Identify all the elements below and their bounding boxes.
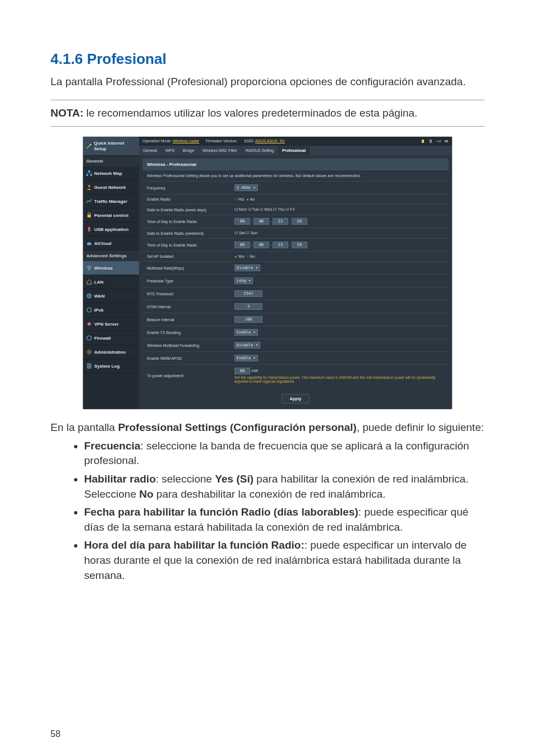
tab-professional[interactable]: Professional [278,146,310,155]
time-m2[interactable]: 59 [292,218,307,225]
sidebar-item-aicloud[interactable]: AiCloud [83,236,139,251]
multicast-select[interactable]: Disable [234,265,260,271]
apply-row: Apply [139,389,452,409]
radio-no[interactable]: No [246,197,255,201]
row-wmf: Wireless Multicast Forwarding Disable [142,339,449,352]
svg-rect-6 [88,227,90,231]
sidebar-item-firewall[interactable]: Firewall [83,331,139,345]
sidebar-item-label: Guest Network [94,185,126,190]
row-date-weekend: Date to Enable Radio (weekend) Sat Sun [142,228,449,239]
row-label: Beacon Interval [142,313,230,326]
svg-rect-16 [430,140,432,143]
link-icon[interactable] [436,139,441,143]
row-label: Multicast Rate(Mbps) [142,262,230,275]
fw-label: Firmware Version: [206,139,237,143]
sidebar-item-syslog[interactable]: System Log [83,359,139,373]
sidebar-item-admin[interactable]: Administration [83,345,139,359]
sidebar-item-guest-network[interactable]: Guest Network [83,180,139,194]
txpower-input[interactable]: 80 [234,368,250,374]
chk-sat[interactable]: Sat [234,231,245,235]
page-number: 58 [50,729,61,739]
usb2-status-icon[interactable] [428,139,433,143]
chk-mon[interactable]: Mon [234,207,247,211]
ap-no[interactable]: No [246,254,255,258]
apply-button[interactable]: Apply [282,394,310,403]
txpower-note: Set the capability for transmission powe… [234,375,444,383]
bottom-intro-strong: Professional Settings (Configuración per… [118,421,356,433]
txpower-unit: mW [251,369,258,373]
panel-description: Wireless Professional Setting allows you… [142,170,449,181]
globe2-icon [86,307,92,313]
tab-wps[interactable]: WPS [162,146,179,155]
wand-icon [86,143,92,149]
sidebar-item-ipv6[interactable]: IPv6 [83,303,139,317]
list-item: Hora del día para habilitar la función R… [84,538,485,583]
row-label: DTIM Interval [142,300,230,313]
sidebar-item-network-map[interactable]: Network Map [83,166,139,180]
wmm-select[interactable]: Enable [234,355,258,361]
wmf-select[interactable]: Disable [234,342,260,349]
txburst-select[interactable]: Enable [234,329,258,336]
svg-point-4 [88,185,90,187]
sidebar-item-label: Parental control [94,213,128,218]
sidebar-item-usb[interactable]: USB application [83,222,139,236]
time2-h1[interactable]: 00 [234,242,250,248]
time2-m2[interactable]: 59 [292,242,307,248]
dtim-input[interactable]: 3 [234,303,262,310]
sidebar-quick-setup[interactable]: Quick Internet Setup [83,137,139,156]
tab-radius[interactable]: RADIUS Setting [242,146,278,155]
sidebar-item-label: Traffic Manager [94,199,127,204]
row-label: Enable WMM APSD [142,352,230,365]
tab-mac-filter[interactable]: Wireless MAC Filter [199,146,242,155]
bullet-tail: para deshabilitar la conexión de red ina… [154,488,386,500]
svg-point-13 [87,350,91,354]
op-mode-link[interactable]: Wireless router [173,139,199,143]
time2-m1[interactable]: 00 [253,242,269,248]
row-multicast: Multicast Rate(Mbps) Disable [142,262,449,275]
main-panel: Operation Mode: Wireless router Firmware… [139,137,452,409]
sidebar-item-parental[interactable]: Parental control [83,208,139,222]
ssid-value[interactable]: ASUS ASUS_5G [255,139,285,143]
tab-general[interactable]: General [139,146,162,155]
time-m1[interactable]: 00 [253,218,269,225]
preamble-select[interactable]: Long [234,277,253,284]
chk-sun[interactable]: Sun [246,231,257,235]
sidebar-item-lan[interactable]: LAN [83,275,139,289]
frequency-select[interactable]: 2.4GHz [234,184,258,191]
device-icon[interactable] [444,139,449,143]
row-label: Frequency [142,182,230,194]
gear-icon [86,349,92,355]
bullet-rest: : seleccione la banda de frecuencia que … [84,440,469,467]
sidebar-item-label: Administration [94,350,126,355]
usb-status-icon[interactable] [421,139,425,143]
user-icon [86,184,92,190]
svg-point-11 [87,322,91,326]
row-label: RTS Threshold [142,287,230,300]
bullet-bold: Hora del día para habilitar la función R… [84,539,305,551]
time-h2[interactable]: 23 [273,218,288,225]
row-preamble: Preamble Type Long [142,275,449,287]
chk-fri[interactable]: Fri [285,207,294,211]
time2-h2[interactable]: 23 [273,242,288,248]
sidebar-item-traffic[interactable]: Traffic Manager [83,194,139,208]
svg-point-10 [87,308,91,312]
section-heading: 4.1.6 Profesional [50,50,485,68]
plug-icon [86,321,92,327]
row-label: Enable TX Bursting [142,326,230,339]
beacon-input[interactable]: 100 [234,316,262,323]
note-body: le recomendamos utilizar los valores pre… [84,107,418,119]
time-h1[interactable]: 00 [234,218,250,225]
chk-wed[interactable]: Wed [260,207,272,211]
sidebar-item-label: Firewall [94,336,111,341]
list-item: Frecuencia: seleccione la banda de frecu… [84,439,485,469]
tab-bridge[interactable]: Bridge [179,146,199,155]
sidebar-item-wireless[interactable]: Wireless [83,261,139,275]
sidebar-item-label: System Log [94,364,119,369]
ap-yes[interactable]: Yes [234,254,244,258]
sidebar-item-vpn[interactable]: VPN Server [83,317,139,331]
chk-thu[interactable]: Thu [273,207,284,211]
radio-yes[interactable]: Yes [234,197,244,201]
rts-input[interactable]: 2347 [234,290,262,297]
sidebar-item-wan[interactable]: WAN [83,289,139,303]
chk-tue[interactable]: Tue [248,207,259,211]
